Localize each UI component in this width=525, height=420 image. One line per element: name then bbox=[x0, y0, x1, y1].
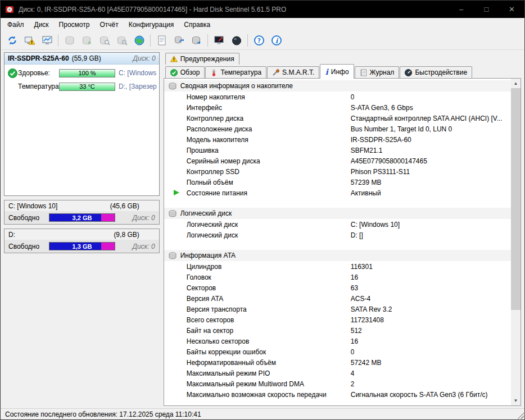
disk-scan-icon[interactable] bbox=[96, 33, 113, 48]
web-icon[interactable] bbox=[130, 33, 148, 48]
info-value: Стандартный контроллер SATA AHCI (AHCI) … bbox=[351, 115, 503, 122]
info-row: Байты коррекции ошибок 0 bbox=[164, 346, 511, 357]
tab-label: S.M.A.R.T. bbox=[282, 69, 314, 76]
free-space-value: 1,3 GB bbox=[49, 243, 115, 250]
info-row: Серийный номер диска A45E077905800014746… bbox=[164, 156, 511, 166]
report-icon[interactable] bbox=[153, 33, 170, 48]
partition-size: (45,6 GB) bbox=[110, 202, 139, 210]
refresh-icon[interactable] bbox=[3, 33, 21, 48]
drive-icon bbox=[169, 83, 176, 90]
title-bar: Диск: 0, IR-SSDPR-S25A-60 [A45E077905800… bbox=[1, 1, 524, 18]
tab-temperature[interactable]: Температура bbox=[205, 66, 266, 78]
info-label: Всего секторов bbox=[187, 316, 351, 324]
tab-info[interactable]: i Инфо bbox=[320, 64, 354, 79]
toolbar-separator bbox=[150, 34, 151, 47]
info-value: 57239 MB bbox=[351, 179, 382, 186]
info-value: 57242 MB bbox=[351, 359, 382, 367]
info-row: Цилиндров 116301 bbox=[164, 261, 511, 272]
partition-name: D: bbox=[8, 231, 15, 239]
resize-grip-icon[interactable] bbox=[517, 412, 524, 419]
info-value: D: [] bbox=[351, 231, 363, 239]
info-row: Несколько секторов 16 bbox=[164, 336, 511, 346]
display-overview-icon[interactable] bbox=[38, 33, 56, 48]
info-value: 63 bbox=[351, 284, 358, 292]
info-row: Всего секторов 117231408 bbox=[164, 314, 511, 325]
svg-text:?: ? bbox=[257, 37, 260, 44]
info-label: Максимальный режим PIO bbox=[187, 369, 351, 377]
tab-label: Температура bbox=[220, 69, 261, 76]
gauge-icon bbox=[405, 69, 412, 76]
disk-model: IR-SSDPR-S25A-60 bbox=[8, 54, 69, 62]
journal-icon bbox=[360, 69, 367, 76]
disk-size: (55,9 GB) bbox=[72, 54, 101, 62]
tab-warnings[interactable]: Предупреждения bbox=[165, 53, 239, 65]
scroll-down-icon[interactable]: ▼ bbox=[511, 396, 521, 405]
temperature-meter: 33 °C bbox=[59, 83, 115, 91]
info-label: Логический диск bbox=[187, 221, 351, 229]
info-value: 117231408 bbox=[351, 316, 384, 324]
info-value: 2 bbox=[351, 380, 355, 388]
partition-box-d[interactable]: D: (9,8 GB) Свободно 1,3 GB Диск: 0 bbox=[4, 229, 160, 253]
toolbar-separator bbox=[58, 34, 58, 47]
scrollbar-track[interactable] bbox=[511, 88, 521, 396]
maximize-button[interactable]: □ bbox=[474, 1, 499, 18]
menu-view[interactable]: Просмотр bbox=[54, 19, 95, 30]
temperature-row: Температура: 33 °C D:, [Зарезер bbox=[4, 80, 159, 93]
partition-header: D: (9,8 GB) bbox=[4, 229, 159, 240]
info-label: Модель накопителя bbox=[187, 136, 351, 144]
partition-free-row: Свободно 3,2 GB Диск: 0 bbox=[4, 211, 159, 224]
health-row: Здоровье: 100 % C: [Windows bbox=[4, 67, 159, 79]
info-label: Максимальный режим Multiword DMA bbox=[187, 380, 351, 388]
menu-report[interactable]: Отчёт bbox=[94, 19, 123, 30]
disk-search-icon[interactable] bbox=[113, 33, 130, 48]
scroll-up-icon[interactable]: ▲ bbox=[511, 79, 521, 88]
disk-tools-icon[interactable] bbox=[78, 33, 96, 48]
surface-icon[interactable] bbox=[228, 33, 245, 48]
screenshot-icon[interactable] bbox=[210, 33, 228, 48]
menu-file[interactable]: Файл bbox=[2, 19, 29, 30]
info-row: Номер накопителя 0 bbox=[164, 92, 511, 102]
menu-disk[interactable]: Диск bbox=[29, 19, 54, 30]
menu-help[interactable]: Справка bbox=[179, 19, 215, 30]
disk-list-panel: IR-SSDPR-S25A-60 (55,9 GB) Диск: 0 Здоро… bbox=[4, 52, 160, 406]
info-value: 16 bbox=[351, 273, 358, 281]
free-label: Свободно bbox=[8, 214, 49, 222]
help-icon[interactable]: ? bbox=[250, 33, 268, 48]
minimize-button[interactable]: – bbox=[449, 1, 474, 18]
alert-settings-icon[interactable] bbox=[21, 33, 38, 48]
tab-smart[interactable]: S.M.A.R.T. bbox=[267, 66, 319, 78]
disk-detect-icon[interactable] bbox=[61, 33, 78, 48]
info-value: IR-SSDPR-S25A-60 bbox=[351, 136, 411, 144]
thermometer-icon bbox=[210, 69, 218, 76]
temperature-label: Температура: bbox=[18, 83, 59, 90]
info-label: Неформатированный объём bbox=[187, 359, 351, 367]
partition-box-c[interactable]: C: [Windows 10] (45,6 GB) Свободно 3,2 G… bbox=[4, 200, 160, 225]
info-row: Логический диск D: [] bbox=[164, 230, 511, 240]
info-label: Байты коррекции ошибок bbox=[187, 348, 351, 356]
about-icon[interactable]: i bbox=[268, 33, 285, 48]
status-bar: Состояние последнего обновления: 17.12.2… bbox=[1, 408, 524, 419]
tab-performance[interactable]: Быстродействие bbox=[400, 66, 472, 78]
info-section-header: Логический диск bbox=[164, 208, 511, 219]
info-value: 512 bbox=[351, 327, 362, 335]
main-area: IR-SSDPR-S25A-60 (55,9 GB) Диск: 0 Здоро… bbox=[1, 50, 524, 408]
app-window: Диск: 0, IR-SSDPR-S25A-60 [A45E077905800… bbox=[0, 0, 525, 420]
disk-status-box[interactable]: IR-SSDPR-S25A-60 (55,9 GB) Диск: 0 Здоро… bbox=[4, 52, 160, 196]
section-gap bbox=[164, 240, 511, 250]
info-icon: i bbox=[325, 69, 328, 75]
info-label: Цилиндров bbox=[187, 263, 351, 271]
close-button[interactable]: ✕ bbox=[499, 1, 524, 18]
disk-refresh-icon[interactable] bbox=[170, 33, 188, 48]
drive-icon bbox=[169, 210, 176, 217]
menu-configuration[interactable]: Конфигурация bbox=[124, 19, 179, 30]
info-row: Прошивка SBFM21.1 bbox=[164, 145, 511, 156]
disk-transfer-icon[interactable] bbox=[188, 33, 205, 48]
tab-log[interactable]: Журнал bbox=[355, 66, 400, 78]
status-text: Состояние последнего обновления: 17.12.2… bbox=[5, 410, 201, 418]
vertical-scrollbar[interactable]: ▲ ▼ bbox=[511, 79, 521, 405]
scrollbar-thumb[interactable] bbox=[511, 88, 521, 310]
info-label: Номер накопителя bbox=[187, 93, 351, 101]
tab-overview[interactable]: Обзор bbox=[165, 66, 205, 78]
info-value: Активный bbox=[351, 189, 381, 197]
info-row: Головок 16 bbox=[164, 272, 511, 282]
